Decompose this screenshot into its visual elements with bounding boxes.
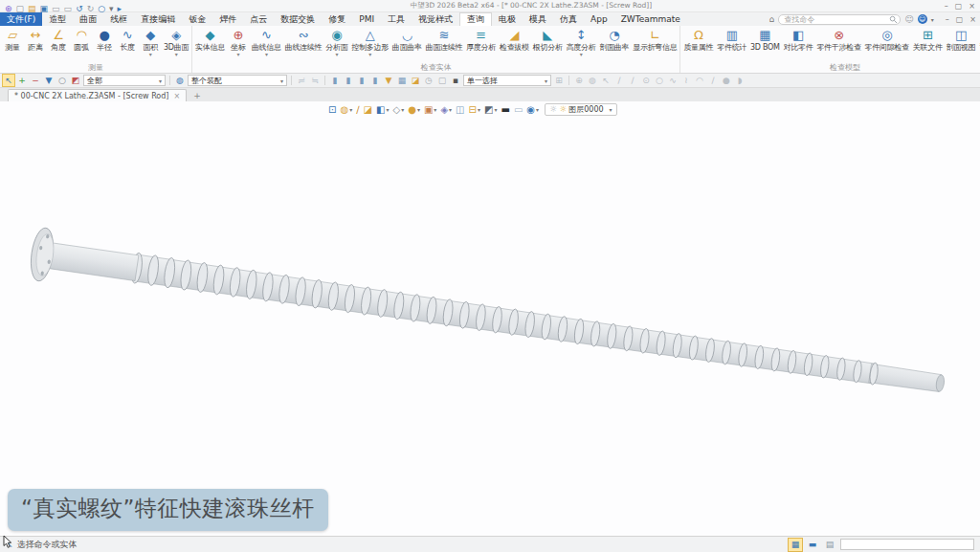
panel-icon[interactable]: ▤ — [823, 539, 836, 551]
screw-rod-group[interactable] — [28, 227, 947, 410]
ribbon-interference-check-button[interactable]: ⊗零件干涉检查 — [814, 28, 862, 52]
ribbon-surface-continuity-button[interactable]: ≋曲面连续性 — [424, 28, 465, 52]
pick-color-icon[interactable]: ◩ — [70, 75, 81, 86]
search-input[interactable] — [778, 14, 901, 25]
ribbon-curve-info-button[interactable]: ∿曲线信息▾ — [250, 28, 283, 57]
wireframe-cube-icon[interactable]: ◇▾ — [390, 103, 406, 117]
select-cursor-icon[interactable]: ↖ — [3, 75, 14, 86]
new-tab-button[interactable]: + — [193, 91, 201, 100]
ribbon-distance-button[interactable]: ↔距离 — [24, 28, 47, 52]
eye-icon[interactable]: ◉▾ — [524, 103, 541, 117]
ribbon-curve-continuity-button[interactable]: ∾曲线连续性 — [283, 28, 324, 52]
minimize-button[interactable]: – — [945, 1, 948, 11]
scope-globe-icon[interactable]: ◍ — [174, 75, 186, 86]
ribbon-undercut-analysis-button[interactable]: ◣根切分析 — [531, 28, 565, 52]
grid-cube-icon[interactable]: ▦ — [396, 75, 408, 86]
menu-item-模具[interactable]: 模具 — [523, 12, 553, 26]
white-frame-icon[interactable]: ▭ — [512, 103, 524, 117]
qat-dropdown-icon[interactable]: ▾ — [109, 4, 114, 13]
dark-style-icon[interactable]: ◩▾ — [482, 103, 499, 117]
menu-item-电极[interactable]: 电极 — [492, 12, 523, 26]
menu-item-数据交换[interactable]: 数据交换 — [274, 12, 322, 26]
menu-item-线框[interactable]: 线框 — [103, 12, 134, 26]
ribbon-entity-info-button[interactable]: ◆实体信息 — [193, 28, 227, 52]
close-button[interactable]: × — [969, 1, 975, 11]
ribbon-length-button[interactable]: ∿长度 — [116, 28, 139, 52]
pick-mode-combo[interactable]: 单一选择▾ — [463, 75, 551, 86]
print-preview-icon[interactable]: ▭ — [64, 4, 73, 13]
shaded-cube-icon[interactable]: ◧▾ — [374, 103, 390, 117]
ribbon-arc-button[interactable]: ◠圆弧 — [70, 28, 93, 52]
dot-icon[interactable]: ▪ — [450, 75, 461, 86]
ribbon-draft-check-button[interactable]: ◢检查拔模 — [498, 28, 531, 52]
open-folder-icon[interactable]: ▤ — [28, 4, 36, 13]
new-file-icon[interactable]: ▢ — [16, 4, 25, 13]
regen-icon[interactable]: ○ — [98, 4, 105, 13]
render-sphere-icon[interactable]: ●▾ — [406, 103, 422, 117]
home-icon[interactable]: ⌂ — [769, 14, 775, 24]
texture-icon[interactable]: ◈▾ — [438, 103, 454, 117]
menu-item-App[interactable]: App — [584, 12, 614, 26]
view-orient-icon[interactable]: ◍▾ — [338, 103, 354, 117]
feedback-icon[interactable]: ☺ — [904, 14, 913, 24]
layer-combo[interactable]: ☼☼图层0000▾ — [545, 103, 617, 116]
close-button[interactable]: × — [969, 14, 976, 25]
menu-item-修复[interactable]: 修复 — [322, 12, 352, 26]
ribbon-section-curvature-button[interactable]: ◔剖面曲率 — [597, 28, 631, 52]
menu-item-曲面[interactable]: 曲面 — [73, 12, 103, 26]
ribbon-mass-properties-button[interactable]: Ω质量属性 — [681, 28, 715, 52]
add-select-icon[interactable]: + — [16, 75, 28, 86]
status-input[interactable] — [840, 539, 974, 550]
print-icon[interactable]: ▭ — [52, 4, 60, 13]
black-bar-icon[interactable]: ▬ — [499, 103, 511, 117]
ribbon-surface-curvature-button[interactable]: ◡曲面曲率 — [390, 28, 424, 52]
ribbon-radius-button[interactable]: ●半径 — [93, 28, 116, 52]
menu-item-查询[interactable]: 查询 — [459, 12, 492, 26]
filter-combo[interactable]: 全部▾ — [83, 75, 166, 86]
image-frame-icon[interactable]: ▣▾ — [422, 103, 438, 117]
menu-item-钣金[interactable]: 钣金 — [182, 12, 212, 26]
user-avatar[interactable]: ☺ — [918, 14, 927, 24]
material-cube-icon[interactable]: ◪ — [410, 75, 421, 86]
redo-icon[interactable]: ↻ — [87, 4, 95, 13]
ghost-box-icon[interactable]: ▢ — [436, 75, 448, 86]
paint-brush-icon[interactable]: ∕ — [354, 103, 361, 117]
window-layout-icon[interactable]: ⊟▾ — [467, 103, 482, 117]
remove-select-icon[interactable]: − — [30, 75, 41, 86]
menu-item-焊件[interactable]: 焊件 — [212, 12, 243, 26]
ribbon-clearance-check-button[interactable]: ◎零件间隙检查 — [863, 28, 911, 52]
ribbon-coordinate-button[interactable]: ⊕坐标▾ — [227, 28, 250, 57]
menu-item-视觉样式[interactable]: 视觉样式 — [412, 12, 459, 26]
split-view-icon[interactable]: ◫ — [454, 103, 466, 117]
viewport-3d[interactable]: ⊡◍▾∕◪◧▾◇▾●▾▣▾◈▾◫⊟▾◩▾▬▭◉▾☼☼图层0000▾ “真实螺纹”… — [0, 101, 980, 536]
undo-icon[interactable]: ↺ — [76, 4, 83, 13]
ribbon-part-statistics-button[interactable]: ▥零件统计 — [715, 28, 748, 52]
menu-item-ZWTeammate[interactable]: ZWTeammate — [614, 12, 687, 26]
ribbon-thickness-analysis-button[interactable]: ≡厚度分析 — [464, 28, 498, 52]
lasso-icon[interactable]: ○ — [56, 75, 68, 86]
ribbon-compare-parts-button[interactable]: ◧对比零件 — [782, 28, 815, 52]
account-caret-icon[interactable]: ▾ — [931, 16, 934, 23]
tab-close-icon[interactable]: × — [173, 92, 180, 100]
document-tab[interactable]: * 00-CNC 2X Lathe.Z3ASM - [Screw Rod]× — [8, 89, 187, 101]
monitor-icon[interactable]: ▬ — [806, 539, 819, 551]
app-logo-icon[interactable]: ⊛ — [5, 4, 12, 13]
menu-item-造型[interactable]: 造型 — [42, 12, 73, 26]
menu-item-工具[interactable]: 工具 — [381, 12, 412, 26]
maximize-button[interactable]: ▢ — [956, 14, 964, 25]
menu-item-点云[interactable]: 点云 — [243, 12, 274, 26]
scope-combo[interactable]: 整个装配▾ — [188, 75, 287, 86]
menu-item-PMI[interactable]: PMI — [352, 12, 381, 26]
datum-plane-icon[interactable]: ◪ — [362, 103, 374, 117]
folder-filter-icon[interactable]: ▼ — [383, 75, 394, 86]
play-icon[interactable]: ▸ — [118, 4, 122, 13]
assistant-toggle-icon[interactable]: ▦ — [789, 539, 802, 551]
ribbon-linked-files-button[interactable]: ⊞关联文件 — [911, 28, 945, 52]
minimize-button[interactable]: – — [946, 14, 949, 25]
ribbon-section-view-button[interactable]: ◫剖面视图 — [945, 28, 978, 52]
ribbon-angle-button[interactable]: ∠角度 — [47, 28, 70, 52]
ribbon-analyze-face-button[interactable]: ◉分析面▾ — [323, 28, 349, 57]
menu-item-文件(F)[interactable]: 文件(F) — [0, 12, 42, 26]
ribbon-height-analysis-button[interactable]: ↕高度分析▾ — [565, 28, 598, 57]
ribbon-bend-info-button[interactable]: ∟显示折弯信息 — [631, 28, 679, 52]
